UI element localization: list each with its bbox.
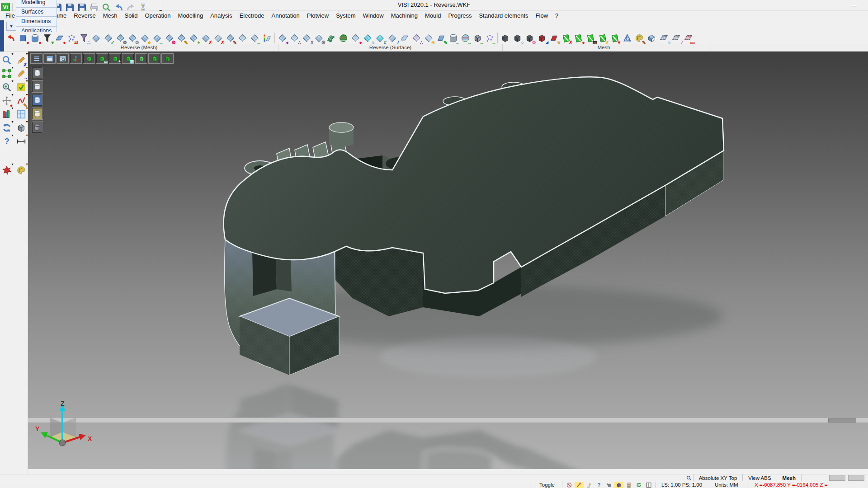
surface-sweep-icon[interactable] xyxy=(325,32,337,44)
menu-item-annotation[interactable]: Annotation xyxy=(268,11,303,20)
menu-item-window[interactable]: Window xyxy=(359,11,387,20)
status-help-icon[interactable] xyxy=(594,482,604,488)
mesh-rebuild-icon[interactable]: ⚙ xyxy=(163,32,175,44)
menu-item-q[interactable]: ? xyxy=(552,11,562,20)
mesh-compare-icon[interactable]: ◢ xyxy=(536,32,548,44)
sketch-curve-icon[interactable] xyxy=(5,32,17,44)
point-cloud-align-icon[interactable]: ⇄ xyxy=(66,32,78,44)
mesh-hide-icon[interactable]: / xyxy=(670,32,682,44)
triangle-remove-icon[interactable]: ✗ xyxy=(597,32,609,44)
mesh-export-icon[interactable]: → xyxy=(249,32,261,44)
mesh-validate-icon[interactable]: ✓ xyxy=(102,32,114,44)
menu-item-machining[interactable]: Machining xyxy=(387,11,421,20)
horizontal-scrollbar[interactable] xyxy=(28,418,868,422)
render-options-icon[interactable] xyxy=(15,164,27,176)
filter-active-icon[interactable] xyxy=(32,108,43,120)
filter-surfaces-icon[interactable] xyxy=(32,80,43,93)
help-icon[interactable] xyxy=(1,136,13,147)
workplane-cell[interactable]: Absolute XY Top xyxy=(693,474,743,481)
surface-blend-icon[interactable]: ∴ xyxy=(410,32,423,44)
surface-plane-icon[interactable] xyxy=(398,32,410,44)
zoom-plus-icon[interactable] xyxy=(1,81,13,93)
surface-sphere-icon[interactable] xyxy=(337,32,349,44)
graphics-viewport[interactable]: ▭+▨≈ Z Y X xyxy=(28,52,868,469)
view-grid-window-icon[interactable] xyxy=(15,108,27,120)
edit-curve-icon[interactable]: ~ xyxy=(15,68,27,80)
mesh-delete-free-icon[interactable]: ✗ xyxy=(212,32,224,44)
mesh-shade-icon[interactable]: ≈ xyxy=(658,32,670,44)
surface-corner-icon[interactable]: ● xyxy=(349,32,362,44)
measure-distance-icon[interactable] xyxy=(15,136,27,147)
surface-section-icon[interactable]: / xyxy=(386,32,398,44)
shade-solid-icon[interactable] xyxy=(161,53,174,64)
mesh-edit-icon[interactable]: ✎ xyxy=(175,32,188,44)
shade-shaded-icon[interactable]: + xyxy=(109,53,121,64)
status-purple-cube-icon[interactable] xyxy=(614,482,623,488)
view-abs-cell[interactable]: View ABS xyxy=(742,474,776,481)
view-zoom-window-icon[interactable] xyxy=(57,53,69,64)
mesh-cube-icon[interactable] xyxy=(499,32,511,44)
tab-dimensions[interactable]: Dimensions xyxy=(16,17,57,26)
solid-cube-icon[interactable] xyxy=(15,122,27,134)
triangle-zoom-icon[interactable] xyxy=(621,32,633,44)
mesh-from-plane-icon[interactable]: ● xyxy=(53,32,66,44)
scrollbar-thumb[interactable] xyxy=(828,418,856,422)
filter-solids-icon[interactable] xyxy=(32,67,43,79)
surface-freeform-fit-icon[interactable]: → xyxy=(472,32,484,44)
surface-daylight-icon[interactable]: ☀ xyxy=(423,32,435,44)
triangle-delete-icon[interactable]: ✗ xyxy=(560,32,572,44)
status-grid-icon[interactable] xyxy=(644,482,653,488)
menu-item-system[interactable]: System xyxy=(332,11,359,20)
triangle-invert-icon[interactable]: ▼ xyxy=(609,32,621,44)
menu-item-modelling[interactable]: Modelling xyxy=(175,11,207,20)
minimize-button[interactable]: — xyxy=(851,2,857,9)
tab-surfaces[interactable]: Surfaces xyxy=(16,7,57,17)
regenerate-icon[interactable] xyxy=(1,122,13,134)
point-filter-icon[interactable]: ▾ xyxy=(41,32,53,44)
filter-meshes-icon[interactable] xyxy=(32,94,43,106)
status-wand-icon[interactable] xyxy=(575,482,584,488)
scale-cell[interactable]: LS: 1.00 PS: 1.00 xyxy=(656,482,709,488)
status-no-snap-icon[interactable] xyxy=(565,482,574,488)
menu-item-reverse[interactable]: Reverse xyxy=(70,11,99,20)
units-cell[interactable]: Units: MM xyxy=(709,482,749,488)
zoom-dynamic-icon[interactable] xyxy=(1,54,13,66)
menu-item-mould[interactable]: Mould xyxy=(421,11,444,20)
surface-fit-icon[interactable]: # xyxy=(301,32,313,44)
status-layers-icon[interactable] xyxy=(624,482,633,488)
erase-entity-icon[interactable]: ✗ xyxy=(15,54,27,66)
status-rotate-icon[interactable] xyxy=(634,482,643,488)
mesh-delete-icon[interactable]: ✗ xyxy=(200,32,212,44)
toggle-cell[interactable]: Toggle xyxy=(532,482,562,488)
mesh-paint-icon[interactable]: ✎ xyxy=(224,32,236,44)
mesh-colormap-icon[interactable] xyxy=(261,32,273,44)
mesh-inspect-icon[interactable]: ○ xyxy=(511,32,524,44)
explode-icon[interactable] xyxy=(1,164,13,176)
triangle-detach-icon[interactable]: ● xyxy=(572,32,585,44)
shade-shaded-edges-icon[interactable]: ▨ xyxy=(122,53,134,64)
menu-item-operation[interactable]: Operation xyxy=(141,11,174,20)
mode-cell[interactable]: Mesh xyxy=(777,474,801,481)
menu-item-mesh[interactable]: Mesh xyxy=(99,11,121,20)
view-window-icon[interactable] xyxy=(43,53,56,64)
menu-item-solid[interactable]: Solid xyxy=(121,11,142,20)
mesh-paint-properties-icon[interactable]: ✎ xyxy=(633,32,646,44)
triangle-pick-icon[interactable]: ☚ xyxy=(548,32,560,44)
shade-hidden-line-icon[interactable]: ▭ xyxy=(96,53,108,64)
triangle-stripe-icon[interactable]: ▨ xyxy=(585,32,597,44)
menu-item-electrode[interactable]: Electrode xyxy=(236,11,268,20)
status-cube-arrow-icon[interactable] xyxy=(604,482,613,488)
status-button-2[interactable] xyxy=(848,475,864,481)
view-axis-icon[interactable] xyxy=(70,53,82,64)
tab-modelling[interactable]: Modelling xyxy=(16,0,57,7)
surface-cylinder-fit-icon[interactable]: → xyxy=(447,32,459,44)
model-canvas[interactable] xyxy=(28,52,868,469)
mesh-settings-icon[interactable]: ⚙ xyxy=(127,32,139,44)
point-cloud-filter-icon[interactable]: ∴ xyxy=(78,32,90,44)
menu-item-plotview[interactable]: Plotview xyxy=(303,11,332,20)
mesh-parameters-icon[interactable]: ⚙ xyxy=(524,32,536,44)
mesh-from-file-icon[interactable]: ● xyxy=(17,32,29,44)
view-menu-icon[interactable] xyxy=(30,53,42,64)
mesh-create-icon[interactable] xyxy=(90,32,102,44)
surface-from-points-icon[interactable]: → xyxy=(484,32,496,44)
